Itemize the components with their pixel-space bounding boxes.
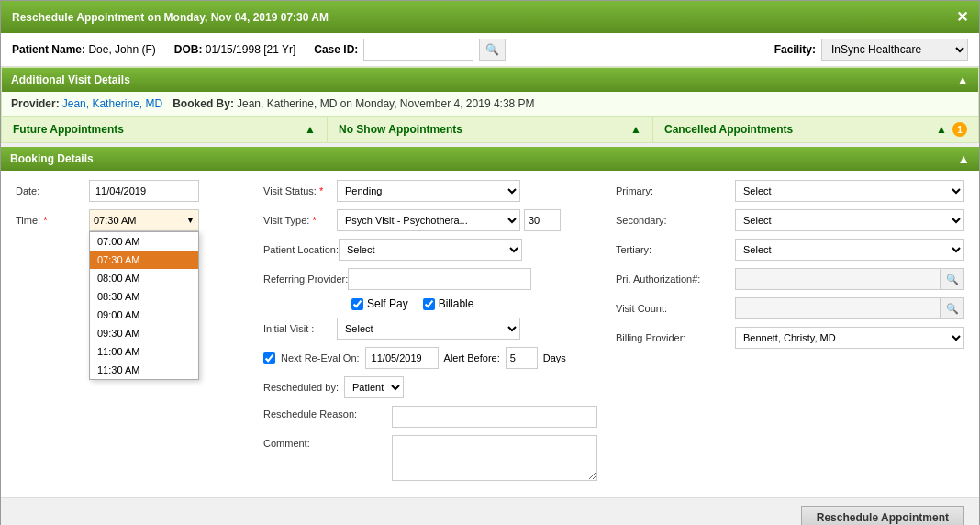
time-option-1100[interactable]: 11:00 AM bbox=[90, 342, 198, 361]
visit-count-row: Visit Count: 🔍 bbox=[616, 297, 964, 319]
time-option-0930[interactable]: 09:30 AM bbox=[90, 324, 198, 342]
visit-type-select[interactable]: Psych Visit - Psychothera... bbox=[337, 209, 520, 231]
facility-section: Facility: InSync Healthcare bbox=[774, 39, 968, 61]
secondary-label: Secondary: bbox=[616, 215, 735, 226]
billing-provider-select[interactable]: Bennett, Christy, MD bbox=[735, 327, 964, 349]
secondary-select[interactable]: Select bbox=[735, 209, 964, 231]
rescheduled-by-select[interactable]: Patient bbox=[344, 376, 404, 398]
facility-select[interactable]: InSync Healthcare bbox=[821, 39, 968, 61]
time-option-0800[interactable]: 08:00 AM bbox=[90, 269, 198, 287]
next-reval-row: Next Re-Eval On: Alert Before: Days bbox=[263, 347, 597, 369]
pri-auth-row: Pri. Authorization#: 🔍 bbox=[616, 268, 964, 290]
close-button[interactable]: ✕ bbox=[956, 8, 968, 26]
visit-type-label: Visit Type: bbox=[263, 215, 337, 226]
time-option-1130[interactable]: 11:30 AM bbox=[90, 361, 198, 379]
billable-label: Billable bbox=[439, 297, 474, 310]
alert-before-input[interactable] bbox=[506, 347, 538, 369]
pri-auth-input-group: 🔍 bbox=[735, 268, 964, 290]
case-id-search-button[interactable]: 🔍 bbox=[479, 39, 506, 61]
visit-count-label: Visit Count: bbox=[616, 303, 735, 314]
time-option-0730[interactable]: 07:30 AM bbox=[90, 251, 198, 269]
self-pay-checkbox[interactable] bbox=[351, 298, 363, 310]
no-show-appointments-label: No Show Appointments bbox=[339, 123, 462, 136]
patient-name-value: Doe, John (F) bbox=[88, 43, 155, 56]
tertiary-select[interactable]: Select bbox=[735, 239, 964, 261]
reschedule-reason-row: Reschedule Reason: bbox=[263, 406, 597, 428]
comment-label: Comment: bbox=[263, 435, 392, 449]
comment-textarea[interactable] bbox=[392, 435, 597, 481]
next-reval-checkbox[interactable] bbox=[263, 352, 275, 364]
no-show-appointments-tab[interactable]: No Show Appointments ▲ bbox=[328, 117, 653, 142]
visit-type-num-input[interactable] bbox=[524, 209, 561, 231]
time-wrapper: 07:30 AM ▼ 07:00 AM 07:30 AM 08:00 AM 08… bbox=[89, 209, 199, 231]
additional-visit-collapse-icon[interactable]: ▲ bbox=[956, 73, 969, 87]
provider-name[interactable]: Jean, Katherine, MD bbox=[62, 97, 162, 110]
time-display-value: 07:30 AM bbox=[94, 215, 186, 226]
initial-visit-label: Initial Visit : bbox=[263, 323, 337, 334]
billable-checkbox[interactable] bbox=[423, 298, 435, 310]
booking-details-section: Booking Details ▲ Date: Time: 07:30 AM ▼ bbox=[1, 147, 979, 497]
time-label: Time: bbox=[16, 215, 89, 226]
date-input[interactable] bbox=[89, 180, 199, 202]
referring-provider-input[interactable] bbox=[348, 268, 531, 290]
visit-count-input[interactable] bbox=[735, 297, 941, 319]
patient-location-row: Patient Location: Select bbox=[263, 239, 597, 261]
modal-footer: Reschedule Appointment bbox=[1, 497, 979, 525]
billing-provider-row: Billing Provider: Bennett, Christy, MD bbox=[616, 327, 964, 349]
booked-by-label: Booked By: bbox=[173, 97, 234, 110]
booking-details-collapse-icon[interactable]: ▲ bbox=[957, 151, 970, 166]
case-id-input[interactable] bbox=[363, 39, 473, 61]
tertiary-row: Tertiary: Select bbox=[616, 239, 964, 261]
time-select-display[interactable]: 07:30 AM ▼ bbox=[89, 209, 199, 231]
pri-auth-label: Pri. Authorization#: bbox=[616, 274, 735, 285]
visit-type-row: Visit Type: Psych Visit - Psychothera... bbox=[263, 209, 597, 231]
pri-auth-search-button[interactable]: 🔍 bbox=[941, 268, 964, 290]
visit-count-search-button[interactable]: 🔍 bbox=[941, 297, 964, 319]
next-reval-date-input[interactable] bbox=[365, 347, 439, 369]
booking-details-header: Booking Details ▲ bbox=[1, 147, 979, 171]
tertiary-label: Tertiary: bbox=[616, 244, 735, 255]
billing-provider-label: Billing Provider: bbox=[616, 332, 735, 343]
rescheduled-by-label: Rescheduled by: bbox=[263, 382, 339, 393]
referring-provider-label: Referring Provider: bbox=[263, 274, 348, 285]
reschedule-reason-label: Reschedule Reason: bbox=[263, 406, 392, 419]
cancelled-appointments-tab[interactable]: Cancelled Appointments ▲ 1 bbox=[653, 117, 978, 142]
visit-status-select[interactable]: Pending bbox=[337, 180, 520, 202]
date-label: Date: bbox=[16, 185, 89, 196]
days-label: Days bbox=[543, 352, 566, 363]
time-option-0830[interactable]: 08:30 AM bbox=[90, 287, 198, 306]
patient-location-select[interactable]: Select bbox=[339, 239, 522, 261]
primary-select[interactable]: Select bbox=[735, 180, 964, 202]
booking-left-col: Date: Time: 07:30 AM ▼ 07:00 AM 07:30 AM bbox=[16, 180, 245, 488]
next-reval-label: Next Re-Eval On: bbox=[281, 352, 360, 363]
future-appointments-label: Future Appointments bbox=[13, 123, 124, 136]
time-option-0900[interactable]: 09:00 AM bbox=[90, 306, 198, 324]
pri-auth-input[interactable] bbox=[735, 268, 941, 290]
primary-label: Primary: bbox=[616, 185, 735, 196]
modal-title: Reschedule Appointment on Monday, Nov 04… bbox=[12, 11, 329, 24]
secondary-row: Secondary: Select bbox=[616, 209, 964, 231]
future-appointments-icon: ▲ bbox=[305, 123, 316, 136]
facility-label: Facility: bbox=[774, 43, 816, 56]
additional-visit-title: Additional Visit Details bbox=[11, 73, 130, 86]
reschedule-reason-input[interactable] bbox=[392, 406, 597, 428]
future-appointments-tab[interactable]: Future Appointments ▲ bbox=[2, 117, 328, 142]
time-option-0700[interactable]: 07:00 AM bbox=[90, 232, 198, 251]
visit-status-row: Visit Status: Pending bbox=[263, 180, 597, 202]
cancelled-appointments-icon: ▲ bbox=[936, 123, 947, 136]
reschedule-appointment-button[interactable]: Reschedule Appointment bbox=[801, 506, 964, 525]
booked-by-value: Jean, Katherine, MD on Monday, November … bbox=[237, 97, 535, 110]
visit-type-inputs: Psych Visit - Psychothera... bbox=[337, 209, 561, 231]
initial-visit-select[interactable]: Select bbox=[337, 318, 520, 340]
provider-info: Provider: Jean, Katherine, MD Booked By:… bbox=[2, 92, 978, 116]
time-row: Time: 07:30 AM ▼ 07:00 AM 07:30 AM 08:00… bbox=[16, 209, 245, 231]
no-show-appointments-icon: ▲ bbox=[630, 123, 641, 136]
patient-name-label: Patient Name: Doe, John (F) bbox=[12, 43, 156, 56]
self-pay-label: Self Pay bbox=[367, 297, 408, 310]
cancelled-appointments-badge: 1 bbox=[952, 122, 967, 137]
patient-info-bar: Patient Name: Doe, John (F) DOB: 01/15/1… bbox=[1, 33, 979, 67]
modal-header: Reschedule Appointment on Monday, Nov 04… bbox=[1, 1, 979, 33]
patient-dob-value: 01/15/1998 [21 Yr] bbox=[206, 43, 296, 56]
case-id-label: Case ID: bbox=[314, 43, 358, 56]
booking-middle-col: Visit Status: Pending Visit Type: Psych … bbox=[263, 180, 597, 488]
